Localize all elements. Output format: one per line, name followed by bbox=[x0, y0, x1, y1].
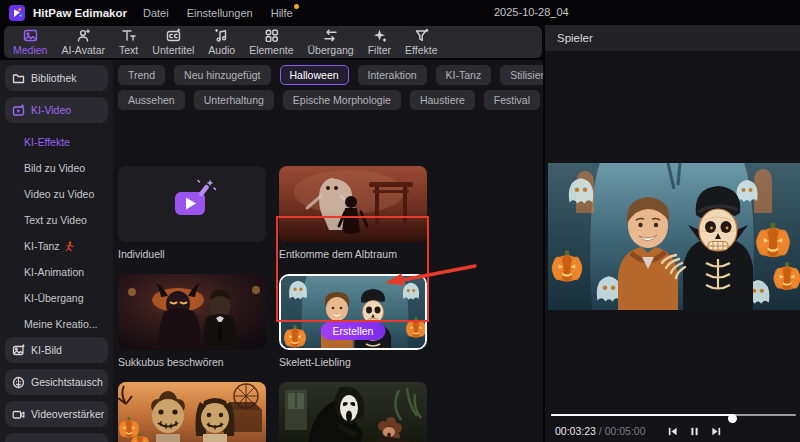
custom-template-icon bbox=[118, 166, 266, 242]
tab-effekte[interactable]: Effekte bbox=[398, 26, 445, 58]
previous-frame-button[interactable] bbox=[662, 424, 684, 438]
template-title: Sukkubus beschwören bbox=[118, 356, 266, 368]
template-card-individuell[interactable]: Individuell bbox=[118, 166, 266, 260]
time-display: 00:03:23 / 00:05:00 bbox=[555, 425, 646, 437]
sidebar-item-video-zu-video[interactable]: Video zu Video bbox=[0, 181, 113, 207]
previous-frame-icon bbox=[667, 426, 678, 437]
template-title: Entkomme dem Albtraum bbox=[279, 248, 427, 260]
template-thumbnail[interactable] bbox=[118, 166, 266, 242]
sidebar-item-ki-uebergang[interactable]: KI-Übergang bbox=[0, 285, 113, 311]
media-icon bbox=[23, 28, 38, 43]
succubus-thumb-art bbox=[118, 274, 266, 350]
progress-fill bbox=[551, 414, 732, 416]
player-panel: Spieler bbox=[545, 25, 800, 442]
video-preview-art bbox=[548, 163, 800, 310]
elements-icon bbox=[264, 28, 279, 43]
chip-unterhaltung[interactable]: Unterhaltung bbox=[194, 90, 274, 110]
chip-halloween[interactable]: Halloween bbox=[280, 65, 349, 85]
template-card-entkomme-dem-albtraum[interactable]: Entkomme dem Albtraum bbox=[279, 166, 427, 260]
project-name[interactable]: 2025-10-28_04 bbox=[494, 6, 569, 18]
template-thumbnail[interactable]: Erstellen bbox=[279, 274, 427, 350]
template-title: Individuell bbox=[118, 248, 266, 260]
chip-ki-tanz[interactable]: KI-Tanz bbox=[436, 65, 492, 85]
filter-chips-row-2: Aussehen Unterhaltung Epische Morphologi… bbox=[113, 90, 543, 110]
main-toolbar: Medien AI-Avatar Text Untertitel Audio E… bbox=[4, 26, 542, 58]
chip-neu-hinzugefuegt[interactable]: Neu hinzugefügt bbox=[174, 65, 270, 85]
template-thumbnail[interactable] bbox=[279, 382, 427, 442]
time-separator: / bbox=[596, 425, 605, 437]
sidebar-item-hintergrund[interactable]: Hintergrund bbox=[5, 433, 108, 442]
player-header: Spieler bbox=[545, 25, 800, 51]
template-card-sukkubus-beschwoeren[interactable]: Sukkubus beschwören bbox=[118, 274, 266, 368]
video-preview bbox=[548, 163, 800, 310]
progress-knob[interactable] bbox=[728, 414, 737, 423]
avatar-icon bbox=[76, 28, 91, 43]
app-logo-icon bbox=[9, 5, 25, 21]
effects-icon bbox=[414, 28, 429, 43]
template-thumbnail[interactable] bbox=[118, 274, 266, 350]
sidebar-item-videoverstaerker[interactable]: Videoverstärker bbox=[5, 401, 108, 427]
tab-medien[interactable]: Medien bbox=[6, 26, 54, 58]
progress-track[interactable] bbox=[551, 414, 796, 416]
sidebar: Bibliothek KI-Video KI-Effekte Bild zu V… bbox=[0, 60, 113, 442]
sidebar-item-ki-bild[interactable]: KI-Bild bbox=[5, 337, 108, 363]
sidebar-item-ki-video[interactable]: KI-Video bbox=[5, 97, 108, 123]
erstellen-button[interactable]: Erstellen bbox=[321, 322, 386, 340]
titlebar: HitPaw Edimakor Datei Einstellungen Hilf… bbox=[0, 0, 800, 25]
chip-aussehen[interactable]: Aussehen bbox=[118, 90, 185, 110]
image-icon bbox=[12, 344, 25, 357]
progress-bar[interactable] bbox=[551, 410, 796, 420]
video-icon bbox=[12, 104, 25, 117]
sidebar-item-text-zu-video[interactable]: Text zu Video bbox=[0, 207, 113, 233]
chip-epische-morphologie[interactable]: Epische Morphologie bbox=[283, 90, 401, 110]
chip-festival[interactable]: Festival bbox=[484, 90, 540, 110]
sidebar-item-meine-kreationen[interactable]: Meine Kreatio... bbox=[0, 311, 113, 337]
chip-trend[interactable]: Trend bbox=[118, 65, 165, 85]
template-card-halloween-voodoo-puppe[interactable]: Halloween-Voodoo-Puppe bbox=[118, 382, 266, 442]
template-card-ghostface-terror[interactable]: Ghostface-Terror bbox=[279, 382, 427, 442]
tab-text[interactable]: Text bbox=[112, 26, 145, 58]
filter-chips-row-1: Trend Neu hinzugefügt Halloween Interakt… bbox=[113, 65, 543, 85]
menu-datei[interactable]: Datei bbox=[143, 7, 169, 19]
tab-ai-avatar[interactable]: AI-Avatar bbox=[54, 26, 112, 58]
chip-stilisierung[interactable]: Stilisierung bbox=[500, 65, 543, 85]
chip-interaktion[interactable]: Interaktion bbox=[358, 65, 427, 85]
subtitles-icon bbox=[166, 28, 181, 43]
audio-icon bbox=[214, 28, 229, 43]
sidebar-item-gesichtstausch[interactable]: Gesichtstausch bbox=[5, 369, 108, 395]
notification-dot bbox=[294, 4, 299, 9]
folder-icon bbox=[12, 72, 25, 85]
current-time: 00:03:23 bbox=[555, 425, 596, 437]
template-card-skelett-liebling[interactable]: Erstellen Skelett-Liebling bbox=[279, 274, 427, 368]
ghostface-thumb-art bbox=[279, 382, 427, 442]
menu-einstellungen[interactable]: Einstellungen bbox=[187, 7, 253, 19]
pause-icon bbox=[689, 426, 700, 437]
sidebar-item-ki-animation[interactable]: KI-Animation bbox=[0, 259, 113, 285]
tab-filter[interactable]: Filter bbox=[361, 26, 398, 58]
template-browser: Trend Neu hinzugefügt Halloween Interakt… bbox=[113, 60, 543, 442]
enhancer-icon bbox=[12, 408, 25, 421]
app-title: HitPaw Edimakor bbox=[33, 7, 127, 19]
tab-audio[interactable]: Audio bbox=[201, 26, 242, 58]
tab-uebergang[interactable]: Übergang bbox=[301, 26, 361, 58]
chip-haustiere[interactable]: Haustiere bbox=[410, 90, 475, 110]
tab-untertitel[interactable]: Untertitel bbox=[145, 26, 201, 58]
transition-icon bbox=[323, 28, 338, 43]
faceswap-icon bbox=[12, 376, 25, 389]
template-thumbnail[interactable] bbox=[118, 382, 266, 442]
pause-button[interactable] bbox=[684, 424, 706, 438]
total-time: 00:05:00 bbox=[605, 425, 646, 437]
menu-hilfe[interactable]: Hilfe bbox=[271, 7, 293, 19]
sidebar-item-ki-tanz[interactable]: KI-Tanz bbox=[0, 233, 113, 259]
player-title: Spieler bbox=[557, 32, 593, 44]
nightmare-thumb-art bbox=[279, 166, 427, 242]
tab-elemente[interactable]: Elemente bbox=[242, 26, 300, 58]
filter-icon bbox=[372, 28, 387, 43]
sidebar-item-ki-effekte[interactable]: KI-Effekte bbox=[0, 129, 113, 155]
sidebar-item-bibliothek[interactable]: Bibliothek bbox=[5, 65, 108, 91]
voodoo-thumb-art bbox=[118, 382, 266, 442]
template-title: Skelett-Liebling bbox=[279, 356, 427, 368]
sidebar-item-bild-zu-video[interactable]: Bild zu Video bbox=[0, 155, 113, 181]
template-thumbnail[interactable] bbox=[279, 166, 427, 242]
next-frame-button[interactable] bbox=[706, 424, 728, 438]
